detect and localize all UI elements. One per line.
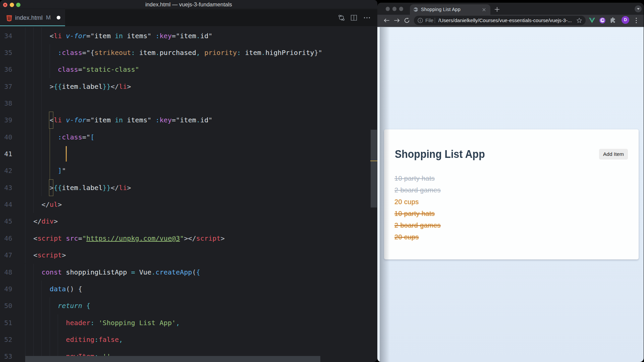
- browser-tab-title: Shopping List App: [421, 4, 461, 15]
- tab-close-icon[interactable]: [481, 7, 487, 12]
- editor-tab-filename: index.html: [15, 9, 43, 26]
- code-token: [135, 268, 139, 276]
- code-token: [62, 268, 66, 276]
- code-line-37: 37 >{{item.label}}</li>: [0, 78, 377, 95]
- code-token: item: [95, 116, 111, 124]
- code-token: data: [50, 285, 66, 293]
- git-modified-badge: M: [46, 9, 51, 26]
- code-token: highPriority: [265, 49, 314, 57]
- code-line-47: 47 <script>: [0, 247, 377, 263]
- code-line-52: 52 editing:false,: [0, 331, 377, 348]
- line-number: 50: [0, 297, 12, 314]
- code-text: <script>: [17, 247, 66, 263]
- code-token: [17, 49, 58, 57]
- reload-icon[interactable]: [402, 14, 412, 26]
- more-actions-icon[interactable]: [364, 9, 370, 26]
- shopping-list-item[interactable]: 2 board games: [394, 220, 441, 231]
- open-changes-icon[interactable]: [338, 9, 345, 26]
- code-token: =: [172, 116, 176, 124]
- extensions-puzzle-icon[interactable]: [609, 14, 617, 26]
- unsaved-dot-indicator: [57, 16, 60, 19]
- code-line-42: 42 ]": [0, 162, 377, 179]
- code-token: shoppingListApp: [66, 268, 127, 276]
- browser-menu-icon[interactable]: [634, 14, 639, 26]
- indent-guide: [41, 145, 42, 162]
- address-bar[interactable]: File /Users/danielkelly/Courses/vue-esse…: [414, 16, 586, 25]
- editor-vertical-scrollbar[interactable]: [370, 26, 377, 362]
- code-token: "{: [86, 49, 94, 57]
- info-icon[interactable]: [418, 18, 423, 23]
- forward-icon[interactable]: [392, 14, 401, 26]
- split-editor-icon[interactable]: [351, 9, 357, 26]
- line-number: 52: [0, 331, 12, 348]
- code-line-35: 35 :class="{strikeout: item.purchased, p…: [0, 44, 377, 61]
- new-tab-button[interactable]: [492, 4, 502, 14]
- code-token: >: [17, 82, 54, 90]
- code-token: purchased: [160, 49, 196, 57]
- editor-window-title: index.html — vuejs-3-fundamentals: [0, 0, 377, 9]
- code-token: li: [119, 184, 127, 192]
- code-line-50: 50 return {: [0, 297, 377, 314]
- bracket-pair-guide: [50, 129, 50, 179]
- code-token: li: [54, 32, 62, 40]
- browser-minimize-button[interactable]: [392, 7, 397, 11]
- code-token: ": [82, 234, 86, 242]
- back-icon[interactable]: [382, 14, 391, 26]
- browser-close-button[interactable]: [386, 7, 390, 11]
- indent-guide: [25, 95, 25, 112]
- url-path[interactable]: /Users/danielkelly/Courses/vue-essential…: [438, 16, 572, 25]
- line-number: 43: [0, 179, 12, 196]
- code-token: >: [127, 184, 131, 192]
- code-token: =: [82, 133, 86, 141]
- code-token: [62, 116, 66, 124]
- code-token: https://unpkg.com/vue@3: [86, 234, 180, 242]
- code-token: :: [131, 49, 135, 57]
- code-token: script: [38, 234, 62, 242]
- bookmark-star-icon[interactable]: [577, 18, 582, 23]
- shopping-list-item[interactable]: 10 party hats: [394, 173, 441, 184]
- code-token: in: [115, 116, 123, 124]
- code-text: return {: [17, 297, 90, 314]
- text-cursor: [66, 146, 67, 162]
- code-token: ,: [176, 319, 180, 327]
- code-text: :class="{strikeout: item.purchased, prio…: [17, 44, 322, 61]
- code-token: [95, 319, 99, 327]
- browser-tab[interactable]: Shopping List App: [410, 4, 490, 15]
- shopping-list-item[interactable]: 20 cups: [394, 231, 441, 243]
- code-token: [151, 32, 155, 40]
- editor-horizontal-scrollbar[interactable]: [25, 356, 320, 362]
- shopping-list-card: Shopping List App Add Item 10 party hats…: [384, 129, 639, 259]
- editor-tab-index-html[interactable]: index.html M: [0, 9, 65, 26]
- matching-tag-highlight: [49, 179, 53, 196]
- code-token: script: [38, 251, 62, 259]
- code-editor-area[interactable]: 34 <li v-for="item in items" :key="item.…: [0, 26, 377, 362]
- code-token: >: [54, 217, 58, 225]
- vertical-scrollbar-thumb[interactable]: [371, 130, 377, 207]
- line-number: 35: [0, 44, 12, 61]
- code-token: strikeout: [95, 49, 131, 57]
- add-item-button[interactable]: Add Item: [599, 149, 628, 160]
- line-number: 51: [0, 314, 12, 331]
- shopping-list-item[interactable]: 10 party hats: [394, 208, 441, 220]
- code-text: header: 'Shopping List App',: [17, 314, 180, 331]
- tab-search-button[interactable]: [635, 5, 642, 12]
- line-number: 36: [0, 61, 12, 78]
- shopping-list-item[interactable]: 2 board games: [394, 184, 441, 196]
- code-text: <li v-for="item in items" :key="item.id": [17, 112, 212, 128]
- line-number: 53: [0, 348, 12, 362]
- code-token: v-for: [66, 32, 87, 40]
- line-number: 49: [0, 281, 12, 297]
- code-token: [127, 268, 131, 276]
- profile-avatar[interactable]: D: [622, 16, 629, 24]
- purple-swirl-extension-icon[interactable]: [598, 14, 606, 26]
- code-token: [241, 49, 245, 57]
- code-token: createApp: [156, 268, 192, 276]
- browser-maximize-button[interactable]: [399, 7, 404, 11]
- window-edge-highlight: [377, 27, 380, 362]
- shopping-list-item[interactable]: 20 cups: [394, 196, 441, 208]
- code-token: li: [54, 116, 62, 124]
- code-text: class="static-class": [17, 61, 139, 78]
- code-token: v-for: [66, 116, 87, 124]
- page-title: Shopping List App: [395, 148, 485, 161]
- vue-extension-icon[interactable]: [588, 14, 596, 26]
